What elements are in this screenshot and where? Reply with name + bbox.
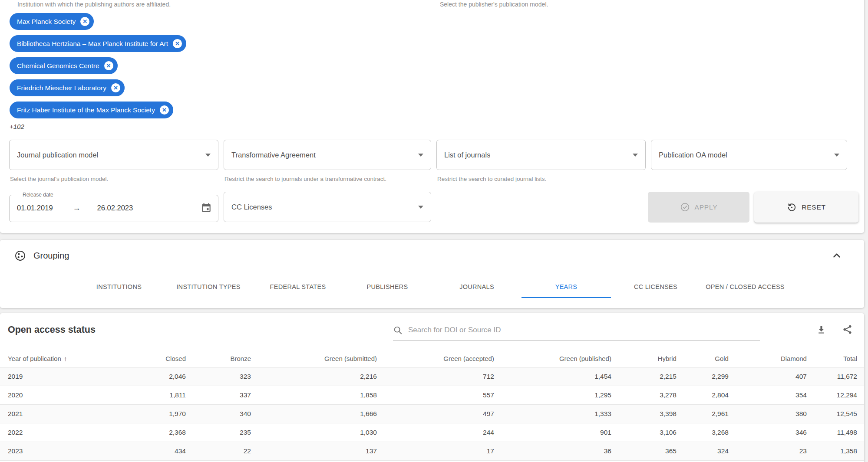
tab-years[interactable]: YEARS [521,275,611,298]
cell-green-accepted: 712 [378,367,495,386]
cell-green-published: 1,333 [495,404,612,423]
close-icon[interactable]: ✕ [80,17,89,26]
column-header-green-accepted[interactable]: Green (accepted) [378,351,495,367]
share-icon [842,324,853,335]
institution-chip[interactable]: Chemical Genomics Centre ✕ [10,57,118,74]
table-row: 2023 434 22 137 17 36 365 324 23 1,358 [0,442,864,460]
grouping-panel: Grouping INSTITUTIONS INSTITUTION TYPES … [0,240,864,308]
download-icon [816,324,827,335]
cell-green-published: 36 [495,442,612,460]
close-icon[interactable]: ✕ [104,61,113,70]
cell-green-submitted: 1,030 [252,423,378,442]
cell-total: 1,358 [808,442,864,460]
filter-second-row: Release date 01.01.2019 → 26.02.2023 CC … [9,192,431,222]
institution-chip[interactable]: Fritz Haber Institute of the Max Planck … [10,102,173,118]
cell-green-published: 1,454 [495,367,612,386]
date-from-input[interactable]: 01.01.2019 [17,204,53,212]
select-label: List of journals [444,151,490,159]
cc-licenses-select[interactable]: CC Licenses [224,192,431,222]
column-header-green-published[interactable]: Green (published) [495,351,612,367]
release-date-range-field[interactable]: Release date 01.01.2019 → 26.02.2023 [9,192,218,222]
cell-green-accepted: 497 [378,404,495,423]
cell-gold: 3,268 [677,423,729,442]
list-of-journals-select[interactable]: List of journals [436,140,646,170]
column-header-closed[interactable]: Closed [109,351,187,367]
select-group: CC Licenses [224,192,431,222]
institution-helper-text: Institution with which the publishing au… [17,1,171,8]
search-icon [393,325,403,335]
select-label: Journal publication model [17,151,98,159]
column-header-hybrid[interactable]: Hybrid [612,351,677,367]
release-date-label: Release date [20,192,56,198]
select-helper-text: Restrict the search to journals under a … [224,176,431,182]
cell-green-submitted: 137 [252,442,378,460]
reset-button[interactable]: RESET [754,192,858,223]
publisher-model-helper-text: Select the publisher's publication model… [440,1,548,8]
close-icon[interactable]: ✕ [111,83,120,92]
tab-institutions[interactable]: INSTITUTIONS [74,275,164,298]
tab-publishers[interactable]: PUBLISHERS [343,275,432,298]
search-input[interactable] [408,326,760,334]
cell-gold: 2,804 [677,386,729,404]
grouping-title: Grouping [33,251,69,261]
select-group: Publication OA model [651,140,847,182]
institution-chip[interactable]: Bibliotheca Hertziana – Max Planck Insti… [10,35,186,52]
cell-bronze: 323 [187,367,252,386]
cell-green-published: 1,295 [495,386,612,404]
tab-institution-types[interactable]: INSTITUTION TYPES [164,275,253,298]
cell-hybrid: 3,398 [612,404,677,423]
collapse-section-button[interactable] [830,249,843,262]
cell-bronze: 337 [187,386,252,404]
filter-selects-row: Journal publication model Select the jou… [9,140,847,182]
date-to-input[interactable]: 26.02.2023 [97,204,133,212]
cell-diamond: 346 [729,423,808,442]
journal-publication-model-select[interactable]: Journal publication model [9,140,218,170]
select-helper-text: Select the journal's publication model. [9,176,218,182]
tab-open-closed-access[interactable]: OPEN / CLOSED ACCESS [700,275,790,298]
apply-button[interactable]: APPLY [648,192,749,223]
dashboard-page: Institution with which the publishing au… [0,0,868,462]
chevron-up-icon [831,250,842,261]
institution-chip[interactable]: Friedrich Miescher Laboratory ✕ [10,79,125,96]
column-header-total[interactable]: Total [808,351,864,367]
table-header-row: Year of publication↑ Closed Bronze Green… [0,351,864,367]
close-icon[interactable]: ✕ [173,39,182,48]
cell-gold: 2,961 [677,404,729,423]
chevron-down-icon [834,154,839,157]
select-label: Transformative Agreement [231,151,316,159]
select-label: CC Licenses [231,203,272,211]
calendar-icon[interactable] [201,202,212,213]
results-panel: Open access status [0,313,864,462]
cell-bronze: 22 [187,442,252,460]
column-header-gold[interactable]: Gold [677,351,729,367]
column-header-diamond[interactable]: Diamond [729,351,808,367]
tab-cc-licenses[interactable]: CC LICENSES [611,275,700,298]
close-icon[interactable]: ✕ [160,105,169,115]
search-field[interactable] [393,325,760,341]
download-button[interactable] [815,324,828,337]
select-group: List of journals Restrict the search to … [436,140,646,182]
table-row: 2022 2,368 235 1,030 244 901 3,106 3,268… [0,423,864,442]
cell-hybrid: 365 [612,442,677,460]
chip-label: Fritz Haber Institute of the Max Planck … [17,106,155,114]
cell-green-accepted: 244 [378,423,495,442]
cell-closed: 1,811 [109,386,187,404]
check-circle-icon [680,202,690,212]
chip-label: Friedrich Miescher Laboratory [17,84,106,92]
chevron-down-icon [633,154,638,157]
institution-chip[interactable]: Max Planck Society ✕ [10,13,94,30]
transformative-agreement-select[interactable]: Transformative Agreement [224,140,431,170]
publication-oa-model-select[interactable]: Publication OA model [651,140,847,170]
table-row: 2019 2,046 323 2,216 712 1,454 2,215 2,2… [0,367,864,386]
cell-closed: 2,368 [109,423,187,442]
share-button[interactable] [841,324,854,337]
cell-green-accepted: 557 [378,386,495,404]
column-header-green-submitted[interactable]: Green (submitted) [252,351,378,367]
tab-journals[interactable]: JOURNALS [432,275,521,298]
tab-federal-states[interactable]: FEDERAL STATES [253,275,343,298]
column-header-bronze[interactable]: Bronze [187,351,252,367]
results-title: Open access status [8,324,96,335]
group-work-icon [14,250,26,262]
cell-hybrid: 2,215 [612,367,677,386]
column-header-year[interactable]: Year of publication↑ [0,351,109,367]
